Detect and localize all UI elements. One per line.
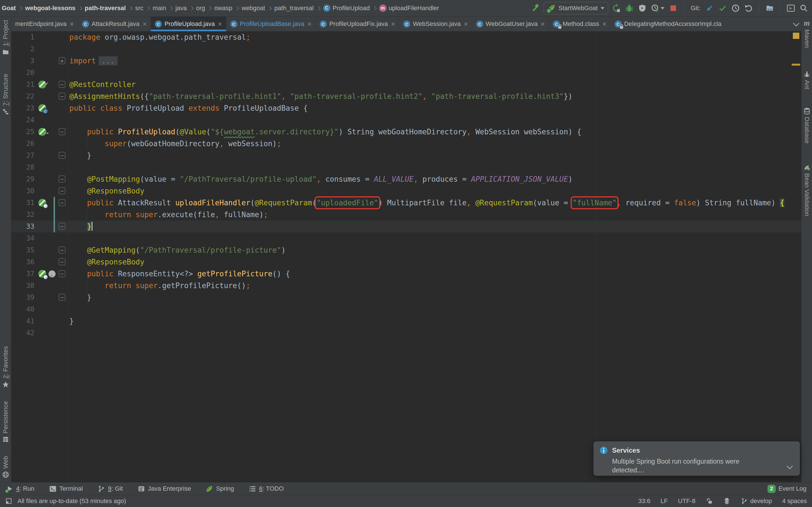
fold-marker[interactable]: − [59,270,65,277]
breadcrumb-item[interactable]: org [196,4,205,12]
close-tab-icon[interactable]: × [307,20,312,27]
build-hammer-button[interactable] [531,4,540,12]
tool-button-spring[interactable]: Spring [206,485,234,493]
readonly-lock[interactable] [706,497,713,505]
breadcrumb-item[interactable]: main [153,4,166,12]
project-files-icon-button[interactable] [765,4,774,12]
editor-tab[interactable]: CProfileUploadFix.java× [316,17,399,31]
line-number: 33 [11,221,35,232]
tool-button-java-enterprise[interactable]: Java Enterprise [138,485,191,493]
fold-marker[interactable]: + [59,57,65,64]
vcs-commit-icon-button[interactable] [718,4,727,12]
rerun-icon-button[interactable] [612,4,620,12]
editor-tab[interactable]: CProfileUploadBase.java× [226,17,316,31]
breadcrumb-item[interactable]: webgoat-lessons [25,4,75,12]
tool-stripe-item-database[interactable]: Database [803,107,811,144]
search-everywhere-icon-button[interactable] [800,4,808,12]
fold-marker[interactable]: − [59,187,65,194]
code-line: 35− @GetMapping("/PathTraversal/profile-… [11,244,801,256]
breadcrumb-item[interactable]: path_traversal [274,4,313,12]
tool-stripe-item-structure[interactable]: 7: Structure [2,74,9,115]
tool-stripe-item-bean-validation[interactable]: Bean Validation [803,164,811,216]
breadcrumb-item[interactable]: Goat [2,4,16,12]
vcs-history-icon-button[interactable] [731,4,740,12]
breadcrumb-item[interactable]: src [135,4,143,12]
editor-tab[interactable]: mentEndpoint.java× [11,17,78,31]
tool-window-toggle-icon[interactable] [5,497,12,505]
expand-notification-icon[interactable] [786,463,793,469]
profiler-icon-button[interactable] [651,4,665,12]
fold-marker[interactable]: − [59,246,65,253]
tool-stripe-item-web[interactable]: Web [2,456,9,478]
inspection-indicator[interactable] [793,33,799,39]
bean-arrow-icon[interactable] [38,128,46,136]
code-editor[interactable]: 1package org.owasp.webgoat.path_traversa… [11,31,801,482]
event-log-button[interactable]: 2 Event Log [767,485,806,493]
breadcrumb-item[interactable]: webgoat [242,4,265,12]
tool-button-run[interactable]: 4: Run [6,485,35,493]
fold-marker[interactable]: − [59,258,65,265]
stop-icon-button[interactable] [669,4,677,12]
chevron-down-icon [601,7,605,10]
breadcrumb-item[interactable]: muploadFileHandler [379,4,439,12]
line-ending[interactable]: LF [661,497,668,505]
tool-stripe-item-project[interactable]: 1: Project [2,20,9,56]
close-tab-icon[interactable]: × [391,20,395,27]
close-tab-icon[interactable]: × [218,20,222,27]
vcs-rollback-icon-button[interactable] [744,4,753,12]
code-line: 41} [11,315,801,327]
tool-button-git[interactable]: 9: Git [98,485,123,493]
fold-marker[interactable]: − [59,128,65,135]
fold-marker[interactable]: − [59,81,65,88]
breadcrumb-item[interactable]: owasp [214,4,232,12]
breadcrumb-item[interactable]: java [175,4,187,12]
caret-position[interactable]: 33:6 [638,497,651,505]
editor-tab[interactable]: CWebSession.java× [399,17,472,31]
fold-marker[interactable]: − [59,152,65,159]
breadcrumb-item[interactable]: CProfileUpload [323,4,370,12]
fold-marker[interactable]: − [59,175,65,182]
close-tab-icon[interactable]: × [602,20,606,27]
tool-stripe-item-favorites[interactable]: 2: Favorites [2,346,9,388]
warning-stripe-mark[interactable] [792,64,800,66]
indent-config[interactable]: 4 spaces [782,497,807,505]
code-token: ) [568,175,573,183]
coverage-icon-button[interactable] [638,4,647,12]
editor-tab[interactable]: CMethod.class× [549,17,610,31]
close-tab-icon[interactable]: × [143,20,147,27]
bean-check-icon[interactable] [38,80,46,89]
text-caret [92,222,93,231]
editor-tab[interactable]: CDelegatingMethodAccessorImpl.cla [611,17,726,31]
fold-marker[interactable]: − [59,223,65,230]
tool-button-todo[interactable]: 6: TODO [249,485,284,493]
bean-class-icon[interactable] [38,104,46,112]
tool-button-terminal[interactable]: Terminal [49,485,83,493]
override-method-icon[interactable] [49,270,56,277]
debug-icon-button[interactable] [625,4,633,12]
highlighting-level[interactable] [723,497,730,505]
tool-stripe-item-ant[interactable]: Ant [803,70,811,89]
bean-globe-icon[interactable] [38,270,46,278]
close-tab-icon[interactable]: × [70,20,74,27]
breadcrumb-item[interactable]: path-traversal [85,4,126,12]
encoding[interactable]: UTF-8 [678,497,696,505]
close-tab-icon[interactable]: × [541,20,545,27]
tool-stripe-item-maven[interactable]: mMaven [803,19,811,48]
run-configuration-selector[interactable]: StartWebGoat [544,2,608,14]
editor-tab[interactable]: CWebGoatUser.java× [472,17,549,31]
editor-tab[interactable]: CAttackResult.java× [78,17,151,31]
git-branch[interactable]: develop [741,497,772,505]
vcs-update-icon-button[interactable] [705,4,714,12]
close-tab-icon[interactable]: × [464,20,468,27]
run-anything-icon-button[interactable] [786,4,795,12]
fold-marker[interactable]: − [59,294,65,301]
editor-tab[interactable]: CProfileUpload.java× [151,17,226,31]
code-token: "${ [211,128,224,136]
tool-stripe-item-persistence[interactable]: Persistence [2,401,9,443]
bean-globe-icon[interactable] [38,199,46,207]
line-number: 1 [11,31,35,43]
fold-marker[interactable]: − [59,199,65,206]
code-area[interactable]: 1package org.owasp.webgoat.path_traversa… [11,31,801,339]
fold-marker[interactable]: − [59,93,65,100]
notification-popup[interactable]: Services Multiple Spring Boot run config… [594,441,800,476]
